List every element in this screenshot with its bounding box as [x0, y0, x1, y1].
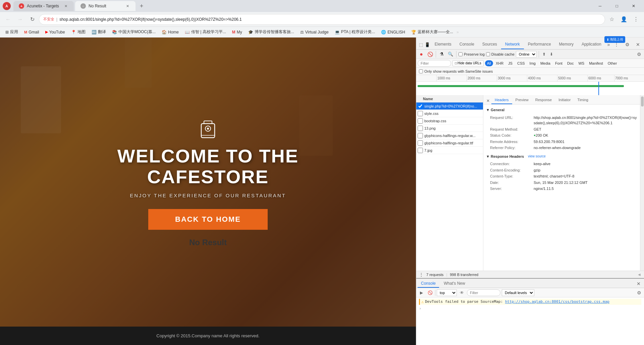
bookmark-chuanzhi[interactable]: 📖 传智 | 高校学习平...	[182, 28, 229, 36]
devtools-device-icon[interactable]: 📱	[424, 40, 430, 49]
general-section-header[interactable]: ▼ General	[486, 107, 637, 113]
request-checkbox-4[interactable]	[418, 126, 423, 131]
throttle-selector[interactable]: Online	[516, 51, 537, 58]
request-row-6[interactable]: glyphicons-halflings-regular.ttf	[416, 139, 483, 147]
devtools-tab-elements[interactable]: Elements	[431, 40, 455, 49]
view-source-btn[interactable]: view source	[528, 154, 546, 159]
console-tab-console[interactable]: Console	[418, 280, 439, 288]
minimize-button[interactable]: ─	[592, 0, 608, 12]
tab-close-noresult[interactable]: ✕	[125, 3, 130, 9]
request-checkbox-1[interactable]	[418, 104, 423, 109]
devtools-tab-console[interactable]: Console	[455, 40, 478, 49]
request-checkbox-2[interactable]	[418, 111, 423, 116]
bookmark-boxuegu[interactable]: 🎓 博学谷传智播客客旅...	[246, 28, 297, 36]
request-checkbox-3[interactable]	[418, 118, 423, 124]
console-level-selector[interactable]: Default levels	[502, 289, 534, 296]
filter-doc[interactable]: Doc	[565, 60, 576, 66]
address-bar[interactable]: 不安全 | shop.aqlab.cn:8001/single.php?id=0…	[39, 14, 605, 25]
filter-all[interactable]: All	[485, 60, 493, 66]
filter-ws[interactable]: WS	[576, 60, 586, 66]
details-tab-headers[interactable]: Headers	[491, 96, 512, 104]
bookmark-button[interactable]: ☆	[606, 14, 617, 25]
devtools-tab-sources[interactable]: Sources	[478, 40, 501, 49]
refresh-button[interactable]: ↻	[27, 14, 38, 25]
request-row-5[interactable]: glyphicons-halflings-regular.w...	[416, 132, 483, 139]
samesite-checkbox[interactable]	[419, 69, 423, 73]
bookmark-gmail[interactable]: M Gmail	[21, 28, 42, 36]
request-checkbox-7[interactable]	[418, 148, 423, 153]
bookmark-apps[interactable]: ⊞ 应用	[3, 28, 21, 36]
bookmark-lanqiao[interactable]: 🏆 蓝桥杯大赛——全...	[409, 28, 456, 36]
preserve-log-label[interactable]: Preserve log	[459, 52, 485, 56]
filter-js[interactable]: JS	[506, 60, 515, 66]
warning-link[interactable]: http://shop.aqlab.cn:8001/css/bootstrap.…	[505, 299, 609, 304]
console-execute-btn[interactable]: ▶	[418, 289, 425, 296]
request-checkbox-6[interactable]	[418, 140, 423, 146]
filter-input[interactable]	[418, 60, 451, 67]
request-row-4[interactable]: 13.png	[416, 125, 483, 132]
filter-font[interactable]: Font	[553, 60, 565, 66]
console-context-selector[interactable]: top	[437, 289, 457, 296]
devtools-tab-application[interactable]: Application	[578, 40, 605, 49]
resize-arrow[interactable]: ◀	[637, 273, 641, 277]
close-button[interactable]: ✕	[626, 0, 641, 12]
request-checkbox-5[interactable]	[418, 133, 423, 138]
bookmark-english[interactable]: 🌐 ENGLISH	[378, 28, 408, 36]
bookmark-virtualjudge[interactable]: ⚖ Virtual Judge	[298, 28, 331, 36]
request-row-7[interactable]: 7.jpg	[416, 147, 483, 154]
filter-xhr[interactable]: XHR	[494, 60, 505, 66]
console-clear-btn[interactable]: 🚫	[426, 289, 434, 296]
filter-media[interactable]: Media	[538, 60, 552, 66]
search-btn[interactable]: 🔍	[447, 51, 454, 58]
record-button[interactable]: ●	[418, 51, 425, 58]
devtools-tab-memory[interactable]: Memory	[555, 40, 578, 49]
bookmark-pta[interactable]: 💻 PTA | 程序设计类...	[332, 28, 378, 36]
bookmark-mooc[interactable]: 📚 中国大学MOOC(慕...	[109, 28, 158, 36]
bookmarks-overflow[interactable]: »	[457, 30, 459, 34]
request-row-3[interactable]: bootstrap.css	[416, 117, 483, 125]
console-settings-btn[interactable]: ⚙	[635, 289, 643, 296]
details-tab-preview[interactable]: Preview	[512, 96, 532, 104]
profile-button[interactable]: 👤	[619, 14, 629, 25]
menu-button[interactable]: ⋮	[631, 14, 641, 25]
filter-img[interactable]: Img	[528, 60, 538, 66]
filter-manifest[interactable]: Manifest	[587, 60, 605, 66]
bookmark-home[interactable]: 🏠 Home	[159, 28, 181, 36]
console-eye-btn[interactable]: 👁	[458, 289, 466, 296]
disable-cache-label[interactable]: Disable cache	[486, 52, 515, 56]
details-tab-timing[interactable]: Timing	[574, 96, 592, 104]
tab-noresult[interactable]: ○ No Result ✕	[75, 1, 136, 11]
console-tab-whatsnew[interactable]: What's New	[440, 280, 469, 288]
details-close-btn[interactable]: ✕	[485, 97, 491, 104]
details-tab-response[interactable]: Response	[532, 96, 555, 104]
devtools-tab-performance[interactable]: Performance	[524, 40, 555, 49]
bookmark-translate[interactable]: 🔤 翻译	[89, 28, 109, 36]
preserve-log-checkbox[interactable]	[459, 52, 463, 56]
new-tab-button[interactable]: +	[137, 1, 146, 11]
tab-acunetix[interactable]: A Acunetix - Targets ✕	[13, 1, 74, 11]
devtools-inspect-icon[interactable]: ⬚	[418, 40, 424, 49]
console-filter-input[interactable]	[467, 289, 500, 296]
maximize-button[interactable]: □	[609, 0, 625, 12]
network-settings-btn[interactable]: ⚙	[635, 51, 643, 58]
request-row-2[interactable]: style.css	[416, 110, 483, 117]
filter-css[interactable]: CSS	[515, 60, 527, 66]
devtools-close-icon[interactable]: ✕	[633, 40, 643, 49]
bookmark-my[interactable]: M My	[229, 28, 245, 36]
filter-icon-btn[interactable]: ⚗	[438, 51, 445, 58]
status-dots-icon[interactable]: ⋮	[419, 272, 424, 277]
tab-close-acunetix[interactable]: ✕	[63, 3, 68, 9]
clear-button[interactable]: 🚫	[426, 51, 434, 58]
scrollbar-thumb[interactable]	[641, 96, 644, 107]
disable-cache-checkbox[interactable]	[486, 52, 490, 56]
bookmark-maps[interactable]: 📍 地图	[68, 28, 88, 36]
response-headers-header[interactable]: ▼ Response Headers view source	[486, 154, 637, 160]
request-row-1[interactable]: single.php?id=0%27XOR(if(no...	[416, 102, 483, 110]
back-button[interactable]: ←	[3, 14, 13, 25]
hide-data-urls-btn[interactable]: □ Hide data URLs	[452, 60, 484, 66]
filter-other[interactable]: Other	[606, 60, 619, 66]
details-tab-initiator[interactable]: Initiator	[555, 96, 574, 104]
details-scrollbar[interactable]	[640, 95, 644, 271]
upload-banner[interactable]: ⬆ 海陆上传	[604, 38, 625, 43]
devtools-tab-network[interactable]: Network	[501, 40, 524, 49]
